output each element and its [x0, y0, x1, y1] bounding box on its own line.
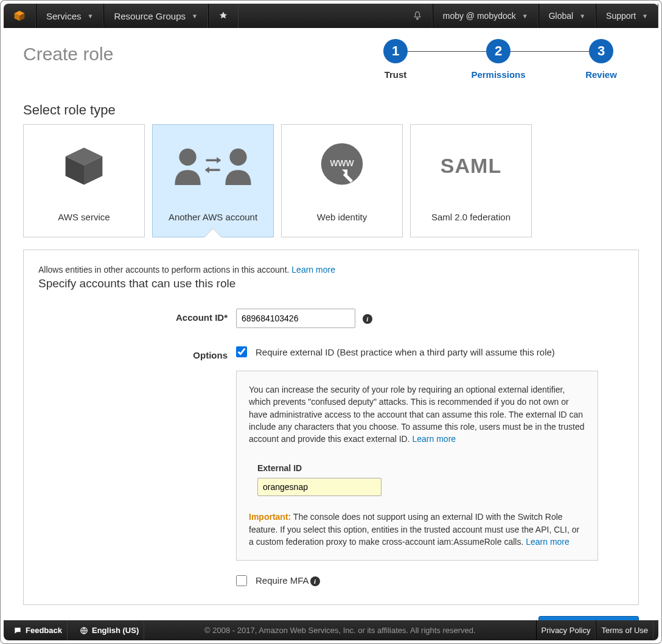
footer-privacy-label: Privacy Policy — [542, 626, 591, 635]
svg-point-6 — [179, 148, 196, 165]
footer-feedback-label: Feedback — [26, 626, 62, 635]
caret-down-icon: ▼ — [192, 13, 198, 19]
require-mfa-checkbox[interactable] — [236, 575, 247, 586]
footer-feedback[interactable]: Feedback — [9, 620, 68, 640]
footer-privacy[interactable]: Privacy Policy — [536, 620, 596, 640]
learn-more-link[interactable]: Learn more — [412, 434, 456, 444]
role-type-cards: AWS service Another AWS account — [23, 124, 639, 237]
require-mfa-row: Require MFAi — [236, 575, 624, 586]
pin-icon — [218, 11, 228, 21]
step-circle: 3 — [589, 39, 613, 63]
caret-down-icon: ▼ — [88, 13, 94, 19]
www-icon: www — [315, 125, 369, 207]
trust-panel: Allows entities in other accounts to per… — [23, 250, 639, 605]
card-saml[interactable]: SAML Saml 2.0 federation — [410, 124, 532, 237]
card-web-identity[interactable]: www Web identity — [281, 124, 403, 237]
users-exchange-icon — [167, 125, 259, 207]
panel-desc-text: Allows entities in other accounts to per… — [38, 265, 291, 275]
nav-notifications[interactable] — [403, 4, 433, 28]
step-circle: 1 — [383, 39, 408, 63]
card-label: Web identity — [317, 212, 367, 222]
globe-icon — [80, 626, 88, 635]
info-icon[interactable]: i — [363, 314, 372, 324]
footer-copyright: © 2008 - 2017, Amazon Web Services, Inc.… — [144, 626, 535, 635]
account-id-input[interactable] — [236, 309, 355, 328]
footer-language-label: English (US) — [92, 626, 139, 635]
important-note: Important: The console does not support … — [249, 511, 585, 548]
chat-icon — [13, 626, 22, 635]
step-review[interactable]: 3 Review — [571, 39, 632, 80]
account-id-row: Account ID* i — [38, 309, 624, 328]
svg-point-7 — [229, 148, 246, 165]
card-label: AWS service — [58, 212, 110, 222]
options-label: Options — [38, 346, 236, 360]
nav-services-label: Services — [46, 11, 82, 21]
panel-subtitle: Specify accounts that can use this role — [38, 277, 624, 290]
options-row: Options Require external ID (Best practi… — [38, 346, 624, 586]
step-label: Trust — [385, 69, 407, 80]
nav-support[interactable]: Support ▼ — [596, 4, 658, 28]
nav-user-label: moby @ mobydock — [443, 11, 516, 21]
nav-pin[interactable] — [208, 4, 239, 28]
external-id-help-text: You can increase the security of your ro… — [249, 383, 585, 445]
nav-services[interactable]: Services ▼ — [36, 4, 103, 28]
nav-support-label: Support — [606, 11, 636, 21]
wizard-stepper: 1 Trust 2 Permissions 3 Review — [365, 39, 632, 80]
external-id-label: External ID — [257, 463, 585, 473]
important-label: Important: — [249, 512, 291, 522]
info-icon[interactable]: i — [310, 576, 320, 586]
require-external-id-checkbox[interactable] — [236, 346, 247, 357]
nav-region-label: Global — [549, 11, 573, 21]
saml-icon: SAML — [441, 125, 501, 207]
bell-icon — [413, 11, 422, 21]
aws-logo[interactable] — [4, 4, 36, 28]
step-trust[interactable]: 1 Trust — [365, 39, 426, 80]
external-id-input[interactable] — [257, 478, 382, 496]
caret-down-icon: ▼ — [522, 13, 528, 19]
footer-terms[interactable]: Terms of Use — [596, 620, 653, 640]
footer-bar: Feedback English (US) © 2008 - 2017, Ama… — [4, 620, 658, 640]
external-id-box: You can increase the security of your ro… — [236, 371, 598, 561]
footer-terms-label: Terms of Use — [601, 626, 648, 635]
card-label: Saml 2.0 federation — [431, 212, 510, 222]
card-label: Another AWS account — [169, 212, 257, 222]
footer-language[interactable]: English (US) — [75, 620, 144, 640]
require-mfa-label: Require MFAi — [256, 575, 320, 586]
card-aws-service[interactable]: AWS service — [23, 124, 145, 237]
require-external-id-label: Require external ID (Best practice when … — [256, 347, 555, 357]
section-title: Select role type — [23, 102, 639, 118]
learn-more-link[interactable]: Learn more — [526, 537, 570, 547]
cube-icon — [13, 10, 26, 22]
card-another-account[interactable]: Another AWS account — [152, 124, 274, 237]
panel-description: Allows entities in other accounts to per… — [38, 265, 624, 275]
nav-region[interactable]: Global ▼ — [538, 4, 596, 28]
box-icon — [60, 125, 108, 207]
step-label: Permissions — [471, 69, 525, 80]
step-circle: 2 — [486, 39, 510, 63]
top-navbar: Services ▼ Resource Groups ▼ moby @ moby… — [4, 4, 658, 28]
step-label: Review — [585, 69, 617, 80]
account-id-label: Account ID* — [38, 309, 236, 323]
svg-text:www: www — [330, 156, 355, 169]
caret-down-icon: ▼ — [579, 13, 585, 19]
nav-resource-groups[interactable]: Resource Groups ▼ — [103, 4, 207, 28]
learn-more-link[interactable]: Learn more — [291, 265, 335, 275]
nav-user[interactable]: moby @ mobydock ▼ — [433, 4, 538, 28]
nav-resource-groups-label: Resource Groups — [114, 11, 186, 21]
step-permissions[interactable]: 2 Permissions — [468, 39, 529, 80]
caret-down-icon: ▼ — [642, 13, 648, 19]
